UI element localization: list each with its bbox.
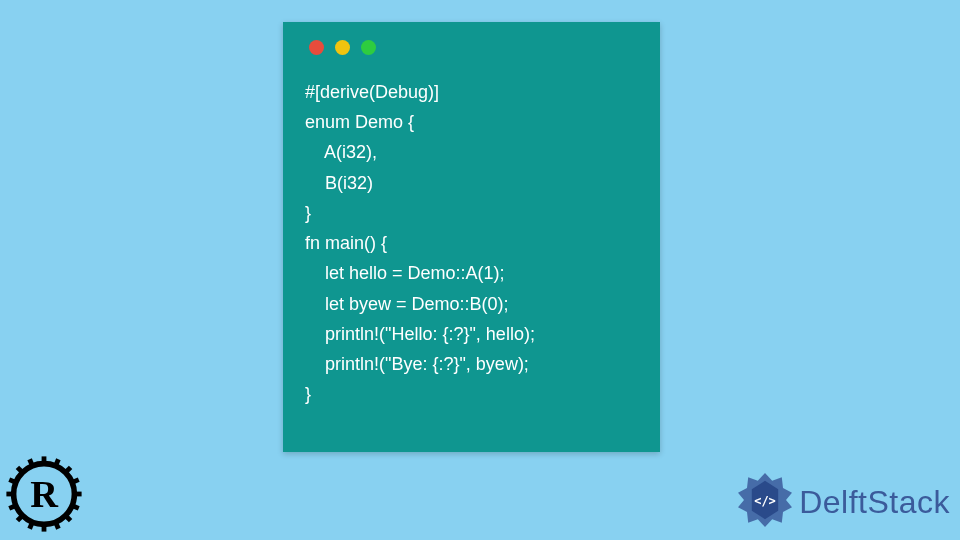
window-close-dot xyxy=(309,40,324,55)
window-minimize-dot xyxy=(335,40,350,55)
svg-rect-1 xyxy=(42,456,47,464)
delftstack-logo-icon: </> xyxy=(735,470,795,534)
window-zoom-dot xyxy=(361,40,376,55)
code-window: #[derive(Debug)] enum Demo { A(i32), B(i… xyxy=(283,22,660,452)
svg-text:</>: </> xyxy=(754,494,776,508)
svg-rect-3 xyxy=(6,492,14,497)
svg-rect-2 xyxy=(42,524,47,532)
delftstack-text: DelftStack xyxy=(799,484,950,521)
svg-text:R: R xyxy=(30,473,59,515)
traffic-lights xyxy=(309,40,638,55)
delftstack-branding: </> DelftStack xyxy=(735,470,950,534)
svg-rect-4 xyxy=(74,492,82,497)
code-block: #[derive(Debug)] enum Demo { A(i32), B(i… xyxy=(305,77,638,410)
rust-logo-icon: R xyxy=(4,454,84,538)
